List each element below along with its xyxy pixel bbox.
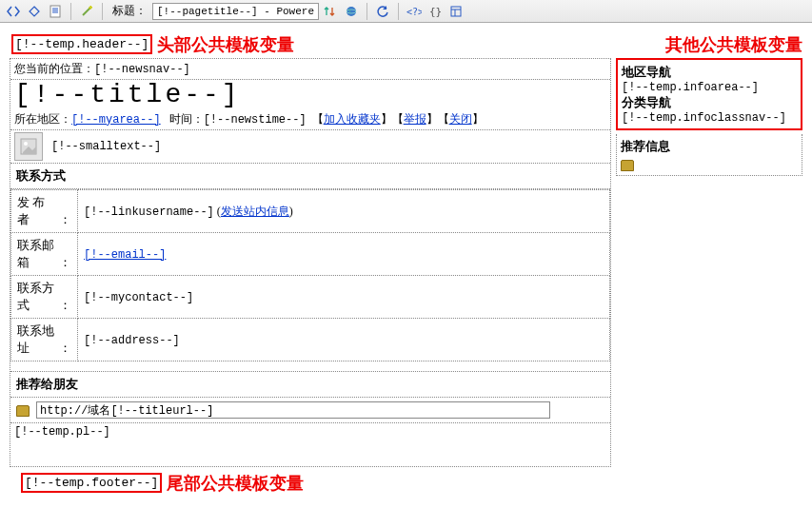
contact-section-title: 联系方式: [10, 164, 610, 189]
table-row: 发 布 者： [!--linkusername--] (发送站内信息): [11, 190, 610, 233]
header-template-var: [!--temp.header--]: [11, 34, 152, 54]
recommend-title: 推荐给朋友: [10, 372, 610, 398]
time-value: [!--newstime--]: [204, 113, 307, 127]
recommend-url-input[interactable]: [36, 401, 550, 419]
image-placeholder-icon: [14, 132, 43, 161]
sidebar-nav-box: 地区导航 [!--temp.infoarea--] 分类导航 [!--temp.…: [616, 58, 802, 130]
contact-email-link[interactable]: [!--email--]: [84, 248, 166, 262]
main-content-column: 您当前的位置：[!--newsnav--] [!--title--] 所在地区：…: [10, 58, 611, 467]
toolbar-braces-icon[interactable]: {}: [426, 2, 445, 21]
folder-icon: [621, 160, 634, 171]
meta-line: 所在地区： [!--myarea--] 时间： [!--newstime--] …: [10, 109, 610, 130]
page-title: [!--title--]: [10, 80, 610, 109]
toolbar-code-icon[interactable]: [4, 2, 23, 21]
area-nav-value: [!--temp.infoarea--]: [622, 81, 797, 94]
toolbar-layout-icon[interactable]: [446, 2, 465, 21]
toolbar-globe-icon[interactable]: [342, 2, 361, 21]
toolbar-separator: [102, 3, 103, 20]
contact-email-label: 联系邮箱：: [11, 233, 78, 276]
area-label: 所在地区：: [14, 111, 71, 127]
table-row: 联系地址： [!--address--]: [11, 319, 610, 361]
contact-address-label: 联系地址：: [11, 319, 78, 361]
contact-address-value: [!--address--]: [84, 334, 180, 347]
contact-method-value: [!--mycontact--]: [84, 291, 193, 304]
class-nav-value: [!--temp.infoclassnav--]: [622, 111, 797, 125]
table-row: 联系邮箱： [!--email--]: [11, 233, 610, 276]
svg-rect-0: [50, 6, 60, 17]
recommend-info-title: 推荐信息: [621, 138, 798, 155]
sidebar-column: 地区导航 [!--temp.infoarea--] 分类导航 [!--temp.…: [616, 58, 802, 175]
svg-rect-8: [451, 7, 461, 16]
smalltext-value: [!--smalltext--]: [51, 140, 161, 153]
breadcrumb-prefix: 您当前的位置：: [14, 62, 94, 75]
table-row: 联系方式： [!--mycontact--]: [11, 276, 610, 319]
contact-publisher-label: 发 布 者：: [11, 190, 78, 233]
toolbar-page-icon[interactable]: [46, 2, 65, 21]
toolbar-sort-icon[interactable]: [321, 2, 340, 21]
toolbar-wand-icon[interactable]: [77, 2, 96, 21]
area-nav-title: 地区导航: [622, 64, 797, 81]
toolbar-separator: [398, 3, 399, 20]
svg-point-4: [347, 7, 356, 16]
sidebar-recommend-box: 推荐信息: [616, 134, 802, 175]
svg-text:{}: {}: [429, 6, 442, 18]
recommend-section: 推荐给朋友: [10, 371, 610, 423]
area-link[interactable]: [!--myarea--]: [71, 113, 161, 127]
toolbar-title-label: 标题：: [112, 3, 147, 19]
svg-text:<?>: <?>: [406, 7, 422, 17]
toolbar-separator: [366, 3, 367, 20]
smalltext-row: [!--smalltext--]: [10, 130, 610, 164]
send-message-link[interactable]: 发送站内信息: [221, 205, 289, 218]
breadcrumb: 您当前的位置：[!--newsnav--]: [10, 59, 610, 80]
folder-icon: [16, 405, 30, 417]
time-label: 时间：: [169, 111, 204, 127]
contact-method-label: 联系方式：: [11, 276, 78, 319]
other-annotation-label: 其他公共模板变量: [665, 33, 802, 56]
header-annotation-label: 头部公共模板变量: [157, 35, 294, 54]
close-link[interactable]: 关闭: [449, 112, 472, 126]
toolbar-title-input[interactable]: [152, 3, 319, 20]
favorite-link[interactable]: 加入收藏夹: [324, 112, 381, 126]
report-link[interactable]: 举报: [404, 112, 426, 126]
toolbar-refresh-icon[interactable]: [373, 2, 392, 21]
contact-table: 发 布 者： [!--linkusername--] (发送站内信息) 联系邮箱…: [10, 189, 610, 361]
toolbar-diamond-icon[interactable]: [25, 2, 44, 21]
contact-publisher-value: [!--linkusername--]: [84, 205, 214, 219]
footer-annotation-label: 尾部公共模板变量: [167, 475, 304, 494]
toolbar-php-icon[interactable]: <?>: [405, 2, 424, 21]
class-nav-title: 分类导航: [622, 94, 797, 111]
footer-template-var: [!--temp.footer--]: [21, 473, 162, 493]
svg-point-12: [24, 142, 28, 146]
pl-template-var: [!--temp.pl--]: [10, 423, 610, 440]
toolbar-separator: [70, 3, 71, 20]
editor-toolbar: 标题： <?> {}: [0, 0, 812, 23]
breadcrumb-value: [!--newsnav--]: [94, 63, 190, 76]
